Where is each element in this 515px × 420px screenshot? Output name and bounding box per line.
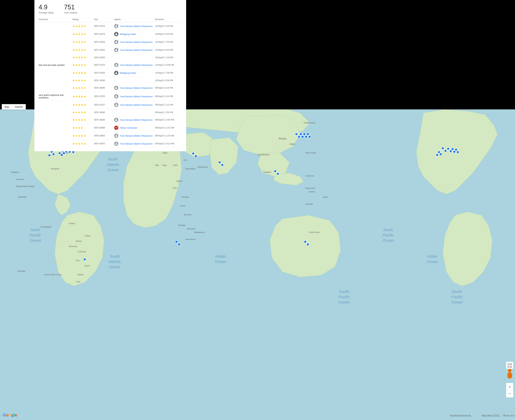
star-icon: ★ <box>81 40 83 44</box>
agent-name[interactable]: Yves Berquin [Matrix Requireme <box>120 104 153 106</box>
svg-point-138 <box>449 150 452 152</box>
svg-point-113 <box>60 154 63 156</box>
table-row: ★★★★☆SER-18588TSTilman Schlenker09/Sep/2… <box>39 124 182 132</box>
star-icon: ★ <box>72 142 75 145</box>
received-cell: 09/Sep/21 2:44 PM <box>155 92 182 101</box>
star-icon: ★ <box>75 71 78 75</box>
agent-name[interactable]: Yves Berquin [Matrix Requireme <box>120 49 153 51</box>
comment-cell <box>39 77 72 84</box>
svg-text:Ocean: Ocean <box>338 300 350 304</box>
agent-cell: Yves Berquin [Matrix Requireme <box>114 101 155 109</box>
svg-point-125 <box>308 135 311 138</box>
rating-stat: 4.9 Average rating <box>39 4 53 14</box>
svg-text:Chad: Chad <box>173 164 178 166</box>
avatar <box>114 24 118 28</box>
key-cell[interactable]: SER-18335 <box>94 69 114 77</box>
key-cell[interactable]: SER-18720 <box>94 61 114 69</box>
rating-cell: ★★★★★ <box>72 116 94 124</box>
svg-text:Indian: Indian <box>427 254 438 259</box>
key-cell[interactable]: SER-18696 <box>94 109 114 116</box>
svg-point-9 <box>116 119 117 120</box>
reviews-panel: 4.9 Average rating 751 User reviews Comm… <box>34 0 186 151</box>
star-icon: ★ <box>78 40 81 44</box>
key-cell[interactable]: SER-18630 <box>94 116 114 124</box>
reviews-value: 751 <box>64 4 77 11</box>
agent-cell: Yves Berquin [Matrix Requireme <box>114 92 155 101</box>
svg-text:Google: Google <box>3 412 17 417</box>
svg-point-112 <box>58 152 61 154</box>
agent-name[interactable]: Wolfgang Huber <box>120 33 136 36</box>
table-row: ★★★★★SER-1829910/Sep/21 5:58 PM <box>39 77 182 84</box>
agent-name[interactable]: Yves Berquin [Matrix Requireme <box>120 64 153 66</box>
agent-name[interactable]: Yves Berquin [Matrix Requireme <box>120 142 153 145</box>
star-icon: ★ <box>72 118 75 122</box>
map-button[interactable]: Map <box>2 104 12 110</box>
svg-point-148 <box>221 164 224 166</box>
agent-name[interactable]: Tilman Schlenker <box>120 127 137 129</box>
svg-rect-155 <box>506 362 513 369</box>
star-icon: ★ <box>72 24 75 28</box>
agent-cell: Yves Berquin [Matrix Requireme <box>114 132 155 140</box>
svg-text:Papua New: Papua New <box>305 187 315 189</box>
svg-text:Afghanistan: Afghanistan <box>198 166 208 168</box>
key-cell[interactable]: SER-18735 <box>94 22 114 30</box>
star-icon: ★ <box>78 71 81 75</box>
rating-cell: ★★★★★ <box>72 109 94 116</box>
star-icon: ★ <box>75 142 78 145</box>
svg-point-4 <box>116 64 117 65</box>
star-icon: ★ <box>84 86 86 90</box>
rating-value: 4.9 <box>39 4 53 11</box>
svg-point-139 <box>451 148 454 150</box>
key-cell[interactable]: SER-18350 <box>94 54 114 61</box>
star-icon: ★ <box>81 32 83 36</box>
agent-cell: Yves Berquin [Matrix Requireme <box>114 140 155 148</box>
agent-cell: Yves Berquin [Matrix Requireme <box>114 84 155 92</box>
comment-cell <box>39 140 72 148</box>
stats-row: 4.9 Average rating 751 User reviews <box>39 4 182 14</box>
star-icon: ★ <box>81 111 83 114</box>
key-cell[interactable]: SER-18362 <box>94 46 114 54</box>
agent-name[interactable]: Yves Berquin [Matrix Requireme <box>120 25 153 28</box>
received-cell: 08/Sep/21 10:13 AM <box>155 140 182 148</box>
key-cell[interactable]: SER-18339 <box>94 38 114 46</box>
star-icon: ★ <box>81 24 83 28</box>
agent-name[interactable]: Yves Berquin [Matrix Requireme <box>120 41 153 43</box>
star-icon: ★ <box>72 79 75 82</box>
rating-cell: ★★★★★ <box>72 84 94 92</box>
svg-point-130 <box>304 240 306 243</box>
satellite-button[interactable]: Satellite <box>12 104 26 110</box>
svg-text:Guinea: Guinea <box>309 191 315 193</box>
agent-name[interactable]: Yves Berquin [Matrix Requireme <box>120 135 153 137</box>
received-cell: 10/Sep/21 5:58 PM <box>155 77 182 84</box>
agent-cell: Wolfgang Huber <box>114 30 155 38</box>
key-cell[interactable]: SER-18299 <box>94 77 114 84</box>
svg-text:Madagascar: Madagascar <box>194 231 205 233</box>
avatar <box>114 134 118 138</box>
key-cell[interactable]: SER-18705 <box>94 92 114 101</box>
star-icon: ★ <box>72 56 75 59</box>
svg-text:Colombia: Colombia <box>78 251 86 253</box>
key-cell[interactable]: SER-18279 <box>94 30 114 38</box>
comment-cell <box>39 69 72 77</box>
svg-text:Pacific: Pacific <box>451 295 463 299</box>
agent-name[interactable]: Yves Berquin [Matrix Requireme <box>120 119 153 121</box>
key-cell[interactable]: SER-18707 <box>94 101 114 109</box>
svg-point-11 <box>116 142 117 144</box>
star-icon: ★ <box>78 126 81 129</box>
key-cell[interactable]: SER-18588 <box>94 124 114 132</box>
received-cell: 09/Sep/21 12:05 PM <box>155 116 182 124</box>
key-cell[interactable]: SER-18695 <box>94 84 114 92</box>
comment-cell <box>39 109 72 116</box>
svg-point-8 <box>116 104 117 105</box>
table-header-row: Comment Rating Key Agents Received <box>39 17 182 22</box>
svg-point-119 <box>298 135 300 138</box>
agent-name[interactable]: Yves Berquin [Matrix Requireme <box>120 87 153 89</box>
comment-cell: very quick response and resolution <box>39 92 72 101</box>
agent-name[interactable]: Yves Berquin [Matrix Requireme <box>120 95 153 98</box>
agent-name[interactable]: Wolfgang Huber <box>120 72 136 74</box>
key-cell[interactable]: SER-18683 <box>94 132 114 140</box>
key-cell[interactable]: SER-18670 <box>94 140 114 148</box>
comment-cell <box>39 116 72 124</box>
star-icon: ★ <box>72 40 75 44</box>
comment-cell <box>39 54 72 61</box>
